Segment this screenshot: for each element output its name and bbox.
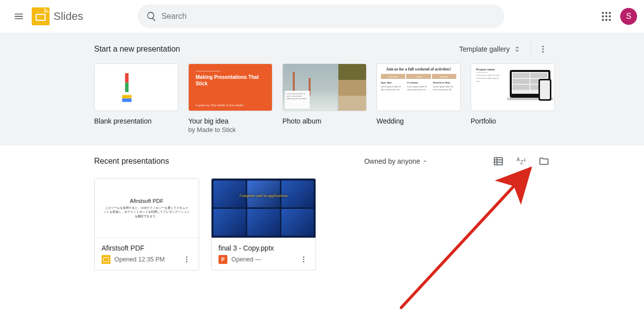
svg-point-9	[186, 256, 188, 258]
thumb-tab: Friday	[406, 74, 430, 79]
svg-point-14	[303, 261, 305, 262]
more-vert-icon	[300, 255, 308, 263]
template-thumb-blank	[94, 64, 178, 111]
template-title: Photo album	[282, 117, 367, 125]
doc-opened-time: Opened 12:35 PM	[114, 256, 178, 263]
template-photo-album[interactable]: Lorem ipsum dolor sit amet, consectetur …	[282, 64, 367, 133]
template-title: Your big idea	[188, 117, 272, 125]
template-title: Wedding	[376, 117, 461, 125]
doc-thumb-title: Afirstsoft PDF	[130, 198, 163, 204]
slides-logo-icon	[32, 7, 50, 25]
template-gallery-toggle[interactable]: Template gallery	[455, 42, 526, 57]
doc-title: final 3 - Copy.pptx	[218, 244, 309, 252]
search-bar[interactable]	[138, 4, 504, 28]
google-apps-button[interactable]	[596, 6, 616, 26]
svg-point-12	[303, 256, 305, 258]
template-subtitle: by Made to Stick	[188, 126, 272, 133]
doc-info: Afirstsoft PDF Opened 12:35 PM	[95, 238, 199, 270]
svg-text:A: A	[517, 157, 520, 162]
template-blank[interactable]: Blank presentation	[94, 64, 178, 133]
recent-section: Recent presentations Owned by anyone AZ	[0, 145, 644, 290]
account-avatar[interactable]: S	[620, 8, 637, 25]
template-thumb-wedding: Join us for a full weekend of activities…	[376, 64, 461, 111]
template-wedding[interactable]: Join us for a full weekend of activities…	[376, 64, 461, 133]
template-title: Portfolio	[471, 117, 555, 125]
thumb-col-head: Brunch at 10am	[433, 81, 456, 84]
doc-more-button[interactable]	[182, 255, 192, 263]
slides-file-icon	[102, 255, 110, 264]
thumb-footer: A guide by Chip Heath & Dan Heath	[196, 104, 243, 107]
template-thumb-photo-album: Lorem ipsum dolor sit amet, consectetur …	[282, 64, 367, 111]
plus-icon	[127, 78, 146, 97]
recent-cards-row: Afirstsoft PDF このツールを使用すると、OCRテクノロジーを通じて…	[94, 178, 550, 270]
svg-point-0	[542, 46, 544, 47]
file-picker-icon	[538, 156, 549, 167]
sort-button[interactable]: AZ	[515, 155, 527, 167]
pptx-file-icon: P	[218, 255, 227, 264]
doc-title: Afirstsoft PDF	[102, 244, 192, 252]
svg-point-11	[186, 261, 188, 262]
app-title: Slides	[54, 10, 83, 23]
template-big-idea[interactable]: Making Presentations That Stick A guide …	[188, 64, 272, 133]
svg-rect-3	[494, 158, 503, 165]
search-input[interactable]	[161, 12, 500, 21]
ownership-filter-label: Owned by anyone	[364, 157, 420, 165]
template-gallery-section: Start a new presentation Template galler…	[0, 33, 644, 145]
doc-opened-time: Opened —	[231, 256, 295, 263]
template-more-button[interactable]	[536, 42, 550, 56]
doc-info: final 3 - Copy.pptx P Opened —	[212, 238, 316, 270]
app-logo[interactable]: Slides	[32, 7, 83, 25]
file-picker-button[interactable]	[538, 155, 550, 167]
more-vert-icon	[538, 45, 547, 54]
ownership-filter[interactable]: Owned by anyone	[364, 157, 428, 165]
doc-thumb-subtitle: このツールを使用すると、OCRテクノロジーを通じてドキュメントを変換し、AIチャ…	[95, 206, 199, 218]
thumb-col-head: 6pm–9pm	[381, 81, 404, 84]
doc-thumbnail: Afirstsoft PDF このツールを使用すると、OCRテクノロジーを通じて…	[95, 179, 199, 238]
template-title: Blank presentation	[94, 117, 178, 125]
recent-tools: AZ	[492, 155, 550, 167]
template-portfolio[interactable]: Project name Lorem ipsum dolor sit amet …	[471, 64, 555, 133]
svg-text:Z: Z	[520, 160, 523, 165]
more-vert-icon	[183, 255, 191, 263]
divider	[531, 42, 531, 56]
svg-point-2	[542, 51, 544, 53]
doc-thumbnail: Computer and its applications	[212, 179, 316, 238]
apps-grid-icon	[602, 12, 611, 21]
doc-card[interactable]: Computer and its applications final 3 - …	[211, 178, 316, 270]
dropdown-icon	[422, 158, 428, 164]
doc-card[interactable]: Afirstsoft PDF このツールを使用すると、OCRテクノロジーを通じて…	[94, 178, 199, 270]
template-thumb-big-idea: Making Presentations That Stick A guide …	[188, 64, 272, 111]
template-section-title: Start a new presentation	[94, 45, 455, 54]
thumb-tab: Thursday	[381, 74, 405, 79]
list-view-icon	[493, 156, 504, 167]
svg-point-10	[186, 259, 188, 260]
template-row: Blank presentation Making Presentations …	[94, 64, 550, 133]
template-gallery-label: Template gallery	[459, 45, 510, 53]
thumb-tab: Saturday	[432, 74, 456, 79]
hamburger-icon	[13, 11, 24, 22]
app-header: Slides S	[0, 0, 644, 33]
doc-more-button[interactable]	[299, 255, 309, 263]
unfold-more-icon	[513, 45, 522, 54]
thumb-heading: Join us for a full weekend of activities…	[381, 67, 456, 71]
recent-section-title: Recent presentations	[94, 157, 364, 166]
doc-thumb-caption: Computer and its applications	[212, 193, 316, 198]
template-gallery-header: Start a new presentation Template galler…	[94, 42, 550, 57]
sort-az-icon: AZ	[516, 156, 527, 167]
template-thumb-portfolio: Project name Lorem ipsum dolor sit amet …	[471, 64, 555, 111]
thumb-heading: Making Presentations That Stick	[196, 74, 265, 87]
svg-point-13	[303, 259, 305, 260]
svg-point-1	[542, 49, 544, 50]
list-view-button[interactable]	[492, 155, 504, 167]
recent-header: Recent presentations Owned by anyone AZ	[94, 155, 550, 167]
thumb-col-head: Ceremony	[407, 81, 430, 84]
search-icon	[142, 6, 161, 26]
main-menu-button[interactable]	[7, 4, 31, 28]
